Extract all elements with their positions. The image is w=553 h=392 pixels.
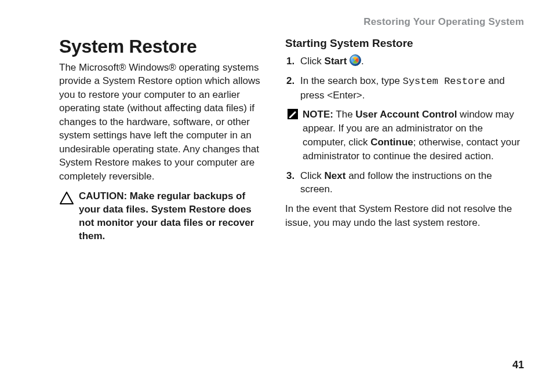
subsection-title: Starting System Restore bbox=[285, 37, 524, 50]
step1-text-a: Click bbox=[300, 56, 325, 67]
two-column-layout: System Restore The Microsoft® Windows® o… bbox=[29, 36, 524, 243]
caution-text: CAUTION: Make regular backups of your da… bbox=[79, 190, 268, 243]
caution-triangle-icon bbox=[59, 191, 74, 205]
note-pencil-icon bbox=[288, 109, 298, 119]
steps-list: Click Start . In the search box, type Sy… bbox=[285, 54, 524, 102]
step-2: In the search box, type System Restore a… bbox=[285, 74, 524, 102]
note-label: NOTE: bbox=[303, 109, 333, 120]
note-continue: Continue bbox=[370, 137, 413, 148]
step3-next-label: Next bbox=[325, 170, 346, 181]
step2-text-a: In the search box, type bbox=[300, 75, 403, 86]
svg-marker-0 bbox=[60, 192, 73, 204]
intro-paragraph: The Microsoft® Windows® operating system… bbox=[29, 61, 268, 183]
page-number: 41 bbox=[512, 359, 524, 371]
step-1: Click Start . bbox=[285, 54, 524, 68]
note-uac: User Account Control bbox=[355, 109, 457, 120]
note-block: NOTE: The User Account Control window ma… bbox=[288, 108, 524, 163]
step1-start-label: Start bbox=[325, 56, 347, 67]
steps-list-cont: Click Next and follow the instructions o… bbox=[285, 169, 524, 197]
step2-code: System Restore bbox=[403, 76, 486, 87]
step-3: Click Next and follow the instructions o… bbox=[285, 169, 524, 197]
section-header: Restoring Your Operating System bbox=[29, 16, 524, 28]
document-page: Restoring Your Operating System System R… bbox=[0, 0, 553, 392]
right-column: Starting System Restore Click Start . In… bbox=[285, 36, 524, 243]
windows-start-orb-icon bbox=[350, 54, 361, 66]
note-a: The bbox=[333, 109, 355, 120]
page-title: System Restore bbox=[59, 36, 268, 57]
closing-paragraph: In the event that System Restore did not… bbox=[285, 202, 524, 229]
left-column: System Restore The Microsoft® Windows® o… bbox=[29, 36, 268, 243]
step3-text-a: Click bbox=[300, 170, 325, 181]
caution-block: CAUTION: Make regular backups of your da… bbox=[59, 190, 268, 243]
step1-text-d: . bbox=[361, 56, 364, 67]
note-text: NOTE: The User Account Control window ma… bbox=[303, 108, 524, 163]
